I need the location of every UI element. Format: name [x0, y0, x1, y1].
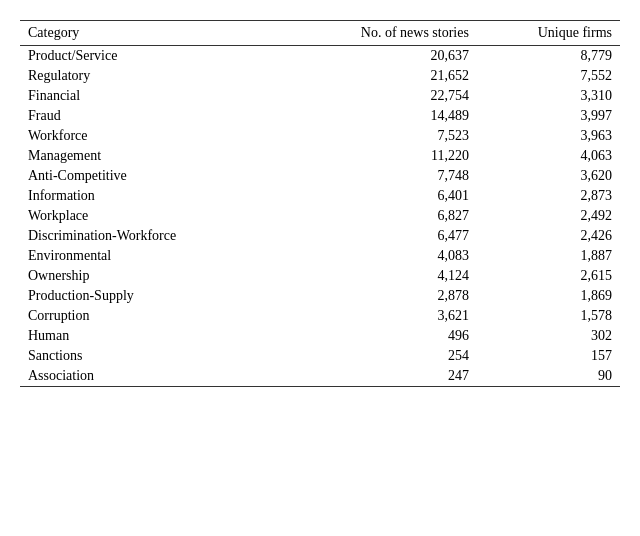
- cell-unique-firms: 1,887: [477, 246, 620, 266]
- cell-unique-firms: 2,615: [477, 266, 620, 286]
- table-row: Ownership4,1242,615: [20, 266, 620, 286]
- cell-category: Association: [20, 366, 280, 387]
- table-row: Human496302: [20, 326, 620, 346]
- data-table: Category No. of news stories Unique firm…: [20, 20, 620, 387]
- cell-unique-firms: 157: [477, 346, 620, 366]
- cell-news-stories: 7,523: [280, 126, 477, 146]
- cell-category: Corruption: [20, 306, 280, 326]
- cell-news-stories: 21,652: [280, 66, 477, 86]
- cell-news-stories: 14,489: [280, 106, 477, 126]
- cell-news-stories: 3,621: [280, 306, 477, 326]
- table-row: Production-Supply2,8781,869: [20, 286, 620, 306]
- cell-news-stories: 6,401: [280, 186, 477, 206]
- cell-news-stories: 4,124: [280, 266, 477, 286]
- cell-category: Regulatory: [20, 66, 280, 86]
- table-row: Information6,4012,873: [20, 186, 620, 206]
- cell-unique-firms: 2,873: [477, 186, 620, 206]
- cell-unique-firms: 1,869: [477, 286, 620, 306]
- cell-unique-firms: 2,426: [477, 226, 620, 246]
- table-row: Workforce7,5233,963: [20, 126, 620, 146]
- cell-news-stories: 22,754: [280, 86, 477, 106]
- cell-unique-firms: 3,963: [477, 126, 620, 146]
- cell-category: Ownership: [20, 266, 280, 286]
- table-row: Sanctions254157: [20, 346, 620, 366]
- table-header-row: Category No. of news stories Unique firm…: [20, 21, 620, 46]
- cell-news-stories: 6,827: [280, 206, 477, 226]
- table-row: Fraud14,4893,997: [20, 106, 620, 126]
- table-row: Management11,2204,063: [20, 146, 620, 166]
- cell-category: Fraud: [20, 106, 280, 126]
- cell-unique-firms: 8,779: [477, 46, 620, 67]
- cell-unique-firms: 90: [477, 366, 620, 387]
- cell-unique-firms: 4,063: [477, 146, 620, 166]
- cell-unique-firms: 3,620: [477, 166, 620, 186]
- cell-category: Product/Service: [20, 46, 280, 67]
- table-row: Discrimination-Workforce6,4772,426: [20, 226, 620, 246]
- cell-category: Environmental: [20, 246, 280, 266]
- cell-unique-firms: 1,578: [477, 306, 620, 326]
- table-row: Association24790: [20, 366, 620, 387]
- table-row: Financial22,7543,310: [20, 86, 620, 106]
- table-row: Corruption3,6211,578: [20, 306, 620, 326]
- table-row: Regulatory21,6527,552: [20, 66, 620, 86]
- cell-news-stories: 496: [280, 326, 477, 346]
- table-row: Workplace6,8272,492: [20, 206, 620, 226]
- table-row: Environmental4,0831,887: [20, 246, 620, 266]
- cell-news-stories: 7,748: [280, 166, 477, 186]
- cell-category: Workplace: [20, 206, 280, 226]
- table-row: Product/Service20,6378,779: [20, 46, 620, 67]
- cell-news-stories: 254: [280, 346, 477, 366]
- cell-category: Workforce: [20, 126, 280, 146]
- header-unique-firms: Unique firms: [477, 21, 620, 46]
- cell-unique-firms: 302: [477, 326, 620, 346]
- table-row: Anti-Competitive7,7483,620: [20, 166, 620, 186]
- cell-category: Production-Supply: [20, 286, 280, 306]
- cell-unique-firms: 3,310: [477, 86, 620, 106]
- cell-news-stories: 247: [280, 366, 477, 387]
- table-container: Category No. of news stories Unique firm…: [20, 20, 620, 387]
- cell-news-stories: 4,083: [280, 246, 477, 266]
- cell-category: Discrimination-Workforce: [20, 226, 280, 246]
- cell-category: Financial: [20, 86, 280, 106]
- header-category: Category: [20, 21, 280, 46]
- cell-news-stories: 2,878: [280, 286, 477, 306]
- header-news-stories: No. of news stories: [280, 21, 477, 46]
- cell-category: Sanctions: [20, 346, 280, 366]
- cell-category: Human: [20, 326, 280, 346]
- cell-unique-firms: 3,997: [477, 106, 620, 126]
- cell-news-stories: 6,477: [280, 226, 477, 246]
- cell-category: Anti-Competitive: [20, 166, 280, 186]
- cell-category: Management: [20, 146, 280, 166]
- cell-news-stories: 11,220: [280, 146, 477, 166]
- cell-unique-firms: 7,552: [477, 66, 620, 86]
- cell-unique-firms: 2,492: [477, 206, 620, 226]
- cell-news-stories: 20,637: [280, 46, 477, 67]
- cell-category: Information: [20, 186, 280, 206]
